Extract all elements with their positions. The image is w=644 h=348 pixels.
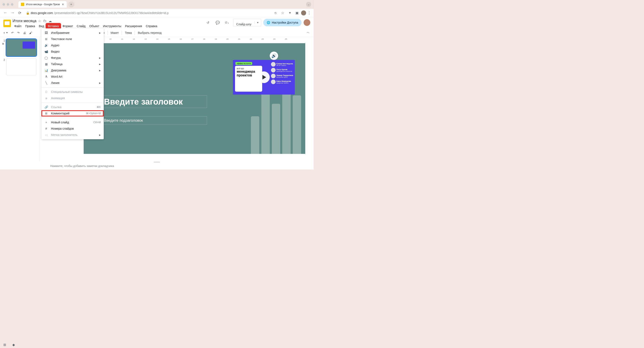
present-icon[interactable]: ⎚▾ xyxy=(224,19,231,26)
toolbar-theme[interactable]: Тема xyxy=(124,30,133,35)
dd-shape[interactable]: ◯Фигура▶ xyxy=(42,55,104,61)
dd-line[interactable]: ╲Линия▶ xyxy=(42,80,104,86)
star-icon[interactable]: ☆ xyxy=(38,19,41,23)
omega-icon: Ω xyxy=(44,90,48,94)
extensions-icon[interactable]: ✦ xyxy=(287,10,293,16)
subtitle-placeholder[interactable]: Введите подзаголовок xyxy=(102,116,207,125)
new-tab-button[interactable]: + xyxy=(68,1,74,7)
dd-placeholder: ▭Метка-заполнитель▶ xyxy=(42,132,104,138)
dd-slide-numbers[interactable]: #Номера слайдов xyxy=(42,126,104,132)
wordart-icon: A xyxy=(44,75,48,78)
shape-icon: ◯ xyxy=(44,56,48,59)
embedded-video[interactable]: оффер на почте всё про менеджера проекто… xyxy=(233,60,295,95)
menu-object[interactable]: Объект xyxy=(88,23,101,29)
new-slide-button[interactable]: + ▼ xyxy=(2,30,9,35)
slideshow-dropdown-icon[interactable]: ▼ xyxy=(254,21,261,24)
menu-bar: Файл Правка Вид Вставка Формат Слайд Объ… xyxy=(12,23,202,29)
paint-format-button[interactable]: 🖌 xyxy=(28,30,34,35)
slideshow-button[interactable]: Слайд-шоу ▼ xyxy=(233,19,261,26)
dd-video[interactable]: 📹Видео xyxy=(42,48,104,55)
menu-help[interactable]: Справка xyxy=(144,23,159,29)
close-window[interactable] xyxy=(2,3,5,6)
play-icon[interactable] xyxy=(258,71,270,83)
cloud-status-icon[interactable]: ☁ xyxy=(48,19,52,23)
animation-icon: ◈ xyxy=(2,42,5,45)
expand-tabs-icon[interactable]: ⌄ xyxy=(306,2,311,7)
dd-table[interactable]: ▦Таблица▶ xyxy=(42,61,104,67)
dd-chart[interactable]: 📊Диаграмма▶ xyxy=(42,67,104,73)
browser-tab[interactable]: Итоги месяца - Google Презе ✕ xyxy=(18,1,67,8)
comments-icon[interactable]: 💬 xyxy=(214,19,222,26)
menu-view[interactable]: Вид xyxy=(37,23,46,29)
slides-logo[interactable] xyxy=(3,20,11,27)
menu-file[interactable]: Файл xyxy=(12,23,23,29)
submenu-arrow-icon: ▶ xyxy=(99,32,101,34)
collapse-toolbar-icon[interactable]: ヘ xyxy=(307,31,310,34)
slide-thumbnail-1[interactable] xyxy=(6,39,36,56)
share-button[interactable]: 🌐 Настройки Доступа xyxy=(263,19,302,26)
toolbar-transition[interactable]: Выбрать переход xyxy=(136,30,163,35)
reload-button[interactable]: ⟳ xyxy=(17,10,22,16)
insert-menu-dropdown: 🖼Изображение▶ ⊞Текстовое поле 🔊Аудио 📹Ви… xyxy=(42,28,104,139)
menu-insert[interactable]: Вставка xyxy=(46,23,60,29)
reading-list-icon[interactable]: ▣ xyxy=(294,10,300,16)
menu-format[interactable]: Формат xyxy=(61,23,75,29)
table-icon: ▦ xyxy=(44,62,48,66)
dd-image[interactable]: 🖼Изображение▶ xyxy=(42,30,104,36)
textbox-icon: ⊞ xyxy=(44,37,48,41)
dd-comment[interactable]: ⊞Комментарий⌘+Option+M xyxy=(42,110,104,117)
speaker-notes[interactable]: Нажмите, чтобы добавить заметки докладчи… xyxy=(0,163,314,170)
document-title[interactable]: Итоги месяца xyxy=(12,19,36,23)
menu-edit[interactable]: Правка xyxy=(24,23,36,29)
slide-thumbnail-2[interactable] xyxy=(6,58,36,75)
bookmark-icon[interactable]: ☆ xyxy=(280,10,286,16)
profile-avatar[interactable] xyxy=(301,10,306,15)
comment-icon: ⊞ xyxy=(44,112,48,115)
window-controls[interactable] xyxy=(2,3,14,6)
toolbar-layout[interactable]: Макет xyxy=(109,30,120,35)
user-avatar[interactable] xyxy=(304,19,310,26)
maximize-window[interactable] xyxy=(11,3,14,6)
history-icon[interactable]: ↺ xyxy=(204,19,212,26)
share-label: Настройки Доступа xyxy=(272,21,298,24)
animation-icon: ◈ xyxy=(44,96,48,100)
image-icon: 🖼 xyxy=(44,31,48,34)
placeholder-icon: ▭ xyxy=(44,133,48,137)
video-people-list: Елена КостицынаHR BP Skillbox Петр Орлов… xyxy=(271,62,293,85)
submenu-arrow-icon: ▶ xyxy=(99,69,101,72)
hash-icon: # xyxy=(44,127,48,130)
forward-button[interactable]: → xyxy=(10,10,16,16)
minimize-window[interactable] xyxy=(7,3,9,6)
submenu-arrow-icon: ▶ xyxy=(99,63,101,65)
close-tab-icon[interactable]: ✕ xyxy=(62,3,64,6)
print-button[interactable]: 🖨 xyxy=(22,30,27,35)
dd-audio[interactable]: 🔊Аудио xyxy=(42,42,104,48)
dd-textbox[interactable]: ⊞Текстовое поле xyxy=(42,36,104,42)
move-icon[interactable]: 🗀 xyxy=(43,19,46,23)
browser-toolbar: ← → ⟳ 🔒 docs.google.com/presentation/d/1… xyxy=(0,9,314,17)
chart-icon: 📊 xyxy=(44,69,48,72)
globe-icon: 🌐 xyxy=(266,21,270,24)
menu-slide[interactable]: Слайд xyxy=(75,23,87,29)
dd-animation: ◈Анимация xyxy=(42,95,104,101)
slide-number: 1 xyxy=(2,39,5,42)
slide-filmstrip[interactable]: 1 ◈ 2 xyxy=(0,37,40,161)
audio-icon[interactable]: 🔊 xyxy=(270,52,278,60)
video-icon: 📹 xyxy=(44,50,48,53)
address-bar[interactable]: 🔒 docs.google.com/presentation/d/1-qp78z… xyxy=(24,11,272,15)
share-icon[interactable]: ⎋ xyxy=(273,10,278,16)
submenu-arrow-icon: ▶ xyxy=(99,82,101,84)
submenu-arrow-icon: ▶ xyxy=(99,57,101,59)
lock-icon: 🔒 xyxy=(26,11,30,15)
slide-canvas[interactable]: 🔊 Введите заголовок Введите подзаголовок… xyxy=(84,43,305,154)
redo-button[interactable]: ↷ xyxy=(16,30,21,35)
back-button[interactable]: ← xyxy=(2,10,8,16)
dd-new-slide[interactable]: +Новый слайдCtrl+M xyxy=(42,119,104,126)
title-placeholder[interactable]: Введите заголовок xyxy=(102,95,207,108)
dd-link: 🔗Ссылка⌘K xyxy=(42,104,104,110)
dd-wordart[interactable]: AWord Art xyxy=(42,73,104,80)
browser-menu-icon[interactable]: ⋮ xyxy=(307,11,311,15)
menu-extensions[interactable]: Расширения xyxy=(123,23,144,29)
undo-button[interactable]: ↶ xyxy=(10,30,15,35)
menu-tools[interactable]: Инструменты xyxy=(102,23,123,29)
